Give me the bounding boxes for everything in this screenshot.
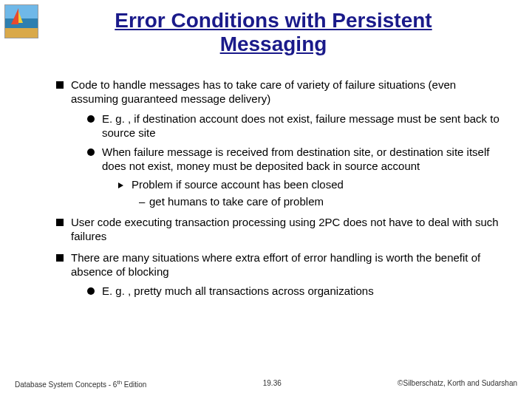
footer-right: ©Silberschatz, Korth and Sudarshan	[398, 379, 517, 389]
bullet-l1: Code to handle messages has to take care…	[56, 78, 502, 106]
bullet-l4: get humans to take care of problem	[139, 195, 502, 209]
footer-left: Database System Concepts - 6th Edition	[15, 379, 146, 389]
footer-left-post: Edition	[122, 381, 146, 389]
bullet-l1: User code executing transaction processi…	[56, 216, 502, 244]
footer: Database System Concepts - 6th Edition 1…	[0, 379, 532, 389]
bullet-l2: E. g. , if destination account does not …	[87, 112, 502, 140]
footer-left-pre: Database System Concepts - 6	[15, 381, 117, 389]
bullet-l2: E. g. , pretty much all transactions acr…	[87, 284, 502, 299]
slide-body: Code to handle messages has to take care…	[44, 59, 502, 299]
footer-center: 19.36	[263, 379, 282, 389]
sailboat-logo	[4, 4, 38, 38]
slide: Error Conditions with Persistent Messagi…	[0, 0, 532, 399]
bullet-l2: When failure message is received from de…	[87, 146, 502, 174]
bullet-l1: There are many situations where extra ef…	[56, 251, 502, 279]
bullet-l3: Problem if source account has been close…	[118, 178, 502, 192]
slide-title: Error Conditions with Persistent Messagi…	[44, 0, 502, 59]
